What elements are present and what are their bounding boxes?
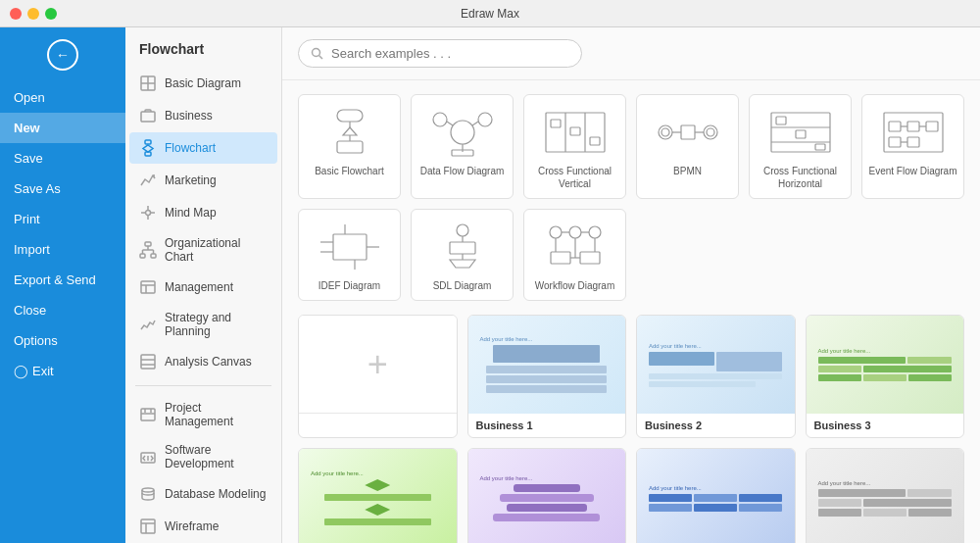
svg-rect-88 — [926, 122, 938, 131]
nav-divider — [135, 385, 271, 386]
svg-rect-3 — [141, 112, 155, 122]
sidebar-item-import[interactable]: Import — [0, 234, 125, 265]
svg-point-74 — [704, 125, 717, 139]
svg-marker-104 — [450, 260, 475, 268]
template-event-flow[interactable]: Event Flow Diagram — [861, 94, 964, 199]
svg-line-63 — [472, 122, 478, 125]
sample-card-business7[interactable]: Add your title here... — [806, 448, 965, 543]
svg-rect-70 — [570, 127, 580, 135]
minimize-button[interactable] — [27, 8, 39, 20]
svg-rect-87 — [907, 122, 919, 131]
template-sdl[interactable]: SDL Diagram — [411, 209, 514, 301]
search-input[interactable] — [331, 46, 569, 61]
sidebar-item-saveas[interactable]: Save As — [0, 173, 125, 204]
app-body: ← Open New Save Save As Print Import Exp… — [0, 27, 980, 543]
nav-item-marketing[interactable]: Marketing — [129, 165, 277, 196]
titlebar: Edraw Max — [0, 0, 980, 27]
sample-card-business6[interactable]: Add your title here... Business 6 — [636, 448, 796, 543]
template-data-flow[interactable]: Data Flow Diagram — [411, 94, 514, 199]
main-content: Basic Flowchart — [282, 27, 980, 543]
secondary-nav-title: Flowchart — [125, 27, 281, 67]
sample-card-business3[interactable]: Add your title here... — [806, 315, 965, 438]
template-label: Cross Functional Vertical — [530, 165, 619, 190]
content-area: Basic Flowchart — [282, 80, 980, 543]
svg-point-107 — [589, 226, 601, 238]
nav-item-flowchart[interactable]: Flowchart — [129, 132, 277, 164]
sidebar-item-open[interactable]: Open — [0, 82, 125, 113]
template-cross-functional-h[interactable]: Cross Functional Horizontal — [749, 94, 852, 199]
samples-grid: + Add your title here... — [298, 315, 964, 543]
svg-point-106 — [569, 226, 581, 238]
nav-item-management[interactable]: Management — [129, 272, 277, 303]
traffic-lights — [10, 8, 57, 20]
svg-rect-71 — [590, 137, 600, 145]
svg-point-105 — [550, 226, 562, 238]
template-label: Basic Flowchart — [315, 165, 384, 177]
template-label: IDEF Diagram — [318, 279, 380, 292]
template-label: Data Flow Diagram — [420, 165, 505, 177]
sidebar-item-print[interactable]: Print — [0, 204, 125, 234]
template-basic-flowchart[interactable]: Basic Flowchart — [298, 94, 401, 199]
nav-item-basic-diagram[interactable]: Basic Diagram — [129, 68, 277, 99]
template-bpmn[interactable]: BPMN — [636, 94, 739, 199]
sidebar-item-close[interactable]: Close — [0, 295, 125, 325]
window-title: Edraw Max — [461, 7, 519, 21]
svg-rect-85 — [884, 113, 943, 152]
svg-rect-110 — [551, 252, 570, 264]
nav-item-software-dev[interactable]: Software Development — [129, 436, 277, 477]
sidebar-item-export[interactable]: Export & Send — [0, 265, 125, 295]
svg-line-53 — [319, 56, 323, 60]
svg-rect-13 — [145, 242, 151, 246]
back-arrow-icon: ← — [56, 47, 70, 63]
svg-marker-56 — [343, 127, 357, 135]
maximize-button[interactable] — [45, 8, 57, 20]
svg-rect-111 — [580, 252, 600, 264]
svg-rect-79 — [771, 113, 830, 152]
template-idef[interactable]: IDEF Diagram — [298, 209, 401, 301]
template-label: Event Flow Diagram — [868, 165, 956, 177]
svg-rect-54 — [337, 110, 363, 122]
svg-rect-92 — [907, 137, 919, 147]
nav-item-wireframe[interactable]: Wireframe — [129, 511, 277, 542]
template-grid: Basic Flowchart — [298, 94, 964, 301]
svg-rect-102 — [450, 242, 475, 254]
sidebar-item-options[interactable]: Options — [0, 325, 125, 356]
nav-item-project-mgmt[interactable]: Project Management — [129, 394, 277, 435]
sample-card-new[interactable]: + — [298, 315, 458, 438]
svg-rect-86 — [889, 122, 901, 131]
nav-item-orgchart[interactable]: Organizational Chart — [129, 229, 277, 271]
sidebar: ← Open New Save Save As Print Import Exp… — [0, 27, 125, 543]
sample-card-business1[interactable]: Add your title here... Business 1 — [467, 315, 627, 438]
sample-label: Business 3 — [807, 414, 964, 437]
back-button[interactable]: ← — [0, 27, 125, 82]
sidebar-item-exit[interactable]: ◯Exit — [0, 356, 125, 386]
svg-rect-26 — [141, 409, 155, 420]
close-button[interactable] — [10, 8, 22, 20]
svg-point-32 — [142, 488, 154, 492]
sidebar-item-new[interactable]: New — [0, 113, 125, 143]
sample-card-business5[interactable]: Add your title here... Business 5 — [467, 448, 627, 543]
svg-rect-66 — [546, 113, 605, 152]
svg-point-78 — [662, 128, 669, 136]
svg-point-52 — [313, 49, 320, 57]
sample-card-business4[interactable]: Add your title here... Business 4 — [298, 448, 458, 543]
sample-label: Business 2 — [637, 414, 795, 437]
nav-item-mindmap[interactable]: Mind Map — [129, 197, 277, 228]
svg-rect-15 — [151, 254, 156, 258]
svg-rect-91 — [889, 137, 901, 147]
svg-point-72 — [659, 125, 672, 139]
svg-point-8 — [146, 211, 151, 216]
nav-item-analysis[interactable]: Analysis Canvas — [129, 346, 277, 377]
sidebar-item-save[interactable]: Save — [0, 143, 125, 173]
sample-card-business2[interactable]: Add your title here... Business 2 — [636, 315, 796, 438]
svg-point-75 — [707, 128, 714, 136]
nav-item-business[interactable]: Business — [129, 100, 277, 131]
nav-item-database[interactable]: Database Modeling — [129, 478, 277, 510]
nav-item-strategy[interactable]: Strategy and Planning — [129, 304, 277, 345]
svg-rect-58 — [337, 141, 363, 153]
svg-rect-33 — [141, 519, 155, 533]
template-cross-functional-v[interactable]: Cross Functional Vertical — [523, 94, 626, 199]
template-workflow[interactable]: Workflow Diagram — [523, 209, 626, 301]
svg-rect-69 — [551, 120, 561, 127]
search-icon — [311, 47, 323, 60]
